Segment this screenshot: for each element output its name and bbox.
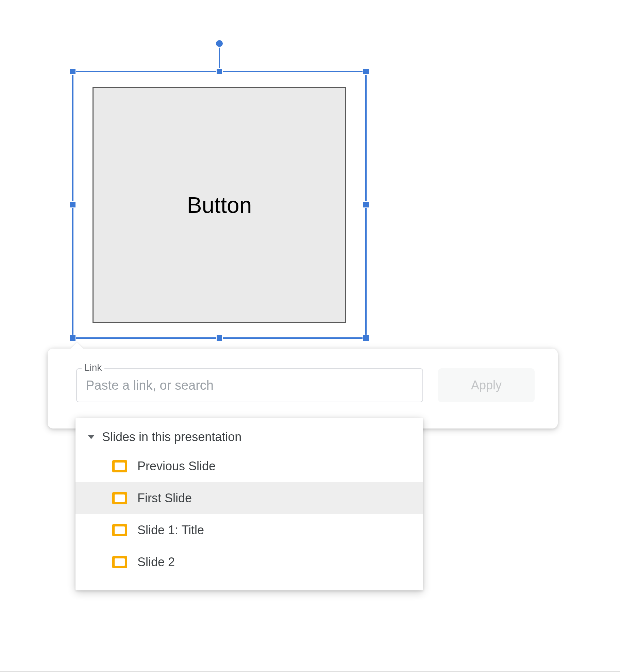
apply-button[interactable]: Apply [438,368,535,402]
resize-handle-top-middle[interactable] [216,68,223,75]
slide-icon [112,524,127,536]
slide-icon [112,460,127,472]
slide-link-option[interactable]: Slide 1: Title [76,514,423,546]
resize-handle-top-left[interactable] [69,68,76,75]
rotation-handle-line [219,47,220,68]
slide-icon [112,492,127,504]
link-field-wrap: Link [76,368,423,402]
link-field-label: Link [82,362,104,373]
slide-link-option-label: First Slide [137,491,192,505]
selection-bounding-box [72,71,367,339]
slide-link-option[interactable]: First Slide [76,482,423,514]
resize-handle-bottom-middle[interactable] [216,335,223,341]
resize-handle-middle-left[interactable] [69,201,76,208]
slide-link-option[interactable]: Previous Slide [76,450,423,482]
resize-handle-top-right[interactable] [363,68,369,75]
resize-handle-bottom-right[interactable] [363,335,369,341]
slide-link-option-label: Previous Slide [137,459,216,473]
slide-link-option-label: Slide 1: Title [137,523,204,537]
resize-handle-middle-right[interactable] [363,201,369,208]
link-suggestions-dropdown: Slides in this presentation Previous Sli… [76,418,423,590]
dropdown-section-header[interactable]: Slides in this presentation [76,430,423,450]
link-input[interactable] [76,368,423,402]
dropdown-header-label: Slides in this presentation [102,430,241,444]
slide-link-option-label: Slide 2 [137,555,175,569]
insert-link-popover: Link Apply [48,349,558,429]
slide-canvas: Button Link Apply Slides in this present… [0,0,620,672]
slide-icon [112,556,127,568]
chevron-down-icon [88,435,95,439]
slide-link-option[interactable]: Slide 2 [76,546,423,578]
resize-handle-bottom-left[interactable] [69,335,76,341]
rotation-handle[interactable] [215,39,223,48]
